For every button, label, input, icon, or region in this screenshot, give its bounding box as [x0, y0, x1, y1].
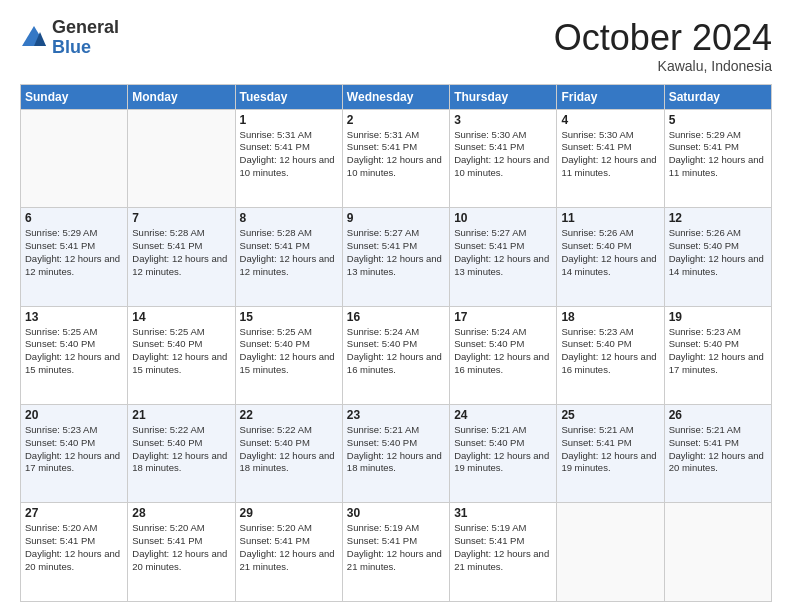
- day-number: 23: [347, 408, 445, 422]
- day-info: Sunrise: 5:23 AMSunset: 5:40 PMDaylight:…: [561, 326, 659, 377]
- logo-icon: [20, 24, 48, 52]
- day-info: Sunrise: 5:30 AMSunset: 5:41 PMDaylight:…: [561, 129, 659, 180]
- calendar-week-row: 6Sunrise: 5:29 AMSunset: 5:41 PMDaylight…: [21, 208, 772, 306]
- day-info: Sunrise: 5:24 AMSunset: 5:40 PMDaylight:…: [454, 326, 552, 377]
- day-info: Sunrise: 5:29 AMSunset: 5:41 PMDaylight:…: [25, 227, 123, 278]
- calendar-cell: 12Sunrise: 5:26 AMSunset: 5:40 PMDayligh…: [664, 208, 771, 306]
- day-info: Sunrise: 5:31 AMSunset: 5:41 PMDaylight:…: [240, 129, 338, 180]
- calendar-cell: 6Sunrise: 5:29 AMSunset: 5:41 PMDaylight…: [21, 208, 128, 306]
- day-number: 21: [132, 408, 230, 422]
- calendar-cell: 29Sunrise: 5:20 AMSunset: 5:41 PMDayligh…: [235, 503, 342, 602]
- calendar-cell: [128, 109, 235, 207]
- title-block: October 2024 Kawalu, Indonesia: [554, 18, 772, 74]
- day-number: 6: [25, 211, 123, 225]
- calendar-cell: 30Sunrise: 5:19 AMSunset: 5:41 PMDayligh…: [342, 503, 449, 602]
- col-header-thursday: Thursday: [450, 84, 557, 109]
- calendar-cell: 31Sunrise: 5:19 AMSunset: 5:41 PMDayligh…: [450, 503, 557, 602]
- day-number: 7: [132, 211, 230, 225]
- day-number: 13: [25, 310, 123, 324]
- day-number: 4: [561, 113, 659, 127]
- month-title: October 2024: [554, 18, 772, 58]
- calendar-cell: 15Sunrise: 5:25 AMSunset: 5:40 PMDayligh…: [235, 306, 342, 404]
- day-info: Sunrise: 5:20 AMSunset: 5:41 PMDaylight:…: [132, 522, 230, 573]
- calendar-week-row: 20Sunrise: 5:23 AMSunset: 5:40 PMDayligh…: [21, 405, 772, 503]
- logo-text: General Blue: [52, 18, 119, 58]
- day-info: Sunrise: 5:29 AMSunset: 5:41 PMDaylight:…: [669, 129, 767, 180]
- calendar-cell: [21, 109, 128, 207]
- day-info: Sunrise: 5:25 AMSunset: 5:40 PMDaylight:…: [240, 326, 338, 377]
- header: General Blue October 2024 Kawalu, Indone…: [20, 18, 772, 74]
- location: Kawalu, Indonesia: [554, 58, 772, 74]
- day-number: 10: [454, 211, 552, 225]
- calendar-cell: 23Sunrise: 5:21 AMSunset: 5:40 PMDayligh…: [342, 405, 449, 503]
- calendar-table: SundayMondayTuesdayWednesdayThursdayFrid…: [20, 84, 772, 602]
- day-number: 20: [25, 408, 123, 422]
- day-number: 14: [132, 310, 230, 324]
- day-info: Sunrise: 5:24 AMSunset: 5:40 PMDaylight:…: [347, 326, 445, 377]
- calendar-cell: 17Sunrise: 5:24 AMSunset: 5:40 PMDayligh…: [450, 306, 557, 404]
- calendar-cell: 27Sunrise: 5:20 AMSunset: 5:41 PMDayligh…: [21, 503, 128, 602]
- day-info: Sunrise: 5:27 AMSunset: 5:41 PMDaylight:…: [454, 227, 552, 278]
- day-info: Sunrise: 5:25 AMSunset: 5:40 PMDaylight:…: [25, 326, 123, 377]
- calendar-cell: 26Sunrise: 5:21 AMSunset: 5:41 PMDayligh…: [664, 405, 771, 503]
- calendar-page: General Blue October 2024 Kawalu, Indone…: [0, 0, 792, 612]
- calendar-cell: 4Sunrise: 5:30 AMSunset: 5:41 PMDaylight…: [557, 109, 664, 207]
- day-info: Sunrise: 5:21 AMSunset: 5:40 PMDaylight:…: [454, 424, 552, 475]
- col-header-sunday: Sunday: [21, 84, 128, 109]
- day-number: 28: [132, 506, 230, 520]
- calendar-cell: 22Sunrise: 5:22 AMSunset: 5:40 PMDayligh…: [235, 405, 342, 503]
- calendar-cell: 7Sunrise: 5:28 AMSunset: 5:41 PMDaylight…: [128, 208, 235, 306]
- day-number: 18: [561, 310, 659, 324]
- calendar-cell: [664, 503, 771, 602]
- day-number: 30: [347, 506, 445, 520]
- calendar-cell: 2Sunrise: 5:31 AMSunset: 5:41 PMDaylight…: [342, 109, 449, 207]
- day-info: Sunrise: 5:20 AMSunset: 5:41 PMDaylight:…: [25, 522, 123, 573]
- day-number: 12: [669, 211, 767, 225]
- col-header-saturday: Saturday: [664, 84, 771, 109]
- calendar-cell: 11Sunrise: 5:26 AMSunset: 5:40 PMDayligh…: [557, 208, 664, 306]
- day-info: Sunrise: 5:22 AMSunset: 5:40 PMDaylight:…: [240, 424, 338, 475]
- day-number: 3: [454, 113, 552, 127]
- day-info: Sunrise: 5:20 AMSunset: 5:41 PMDaylight:…: [240, 522, 338, 573]
- day-info: Sunrise: 5:26 AMSunset: 5:40 PMDaylight:…: [561, 227, 659, 278]
- calendar-cell: 20Sunrise: 5:23 AMSunset: 5:40 PMDayligh…: [21, 405, 128, 503]
- day-info: Sunrise: 5:22 AMSunset: 5:40 PMDaylight:…: [132, 424, 230, 475]
- day-number: 24: [454, 408, 552, 422]
- col-header-monday: Monday: [128, 84, 235, 109]
- calendar-cell: 24Sunrise: 5:21 AMSunset: 5:40 PMDayligh…: [450, 405, 557, 503]
- day-info: Sunrise: 5:28 AMSunset: 5:41 PMDaylight:…: [132, 227, 230, 278]
- day-info: Sunrise: 5:26 AMSunset: 5:40 PMDaylight:…: [669, 227, 767, 278]
- day-number: 11: [561, 211, 659, 225]
- calendar-cell: 21Sunrise: 5:22 AMSunset: 5:40 PMDayligh…: [128, 405, 235, 503]
- calendar-cell: 14Sunrise: 5:25 AMSunset: 5:40 PMDayligh…: [128, 306, 235, 404]
- calendar-cell: 25Sunrise: 5:21 AMSunset: 5:41 PMDayligh…: [557, 405, 664, 503]
- col-header-wednesday: Wednesday: [342, 84, 449, 109]
- calendar-cell: 3Sunrise: 5:30 AMSunset: 5:41 PMDaylight…: [450, 109, 557, 207]
- day-number: 29: [240, 506, 338, 520]
- calendar-cell: 18Sunrise: 5:23 AMSunset: 5:40 PMDayligh…: [557, 306, 664, 404]
- calendar-week-row: 1Sunrise: 5:31 AMSunset: 5:41 PMDaylight…: [21, 109, 772, 207]
- day-number: 26: [669, 408, 767, 422]
- day-info: Sunrise: 5:30 AMSunset: 5:41 PMDaylight:…: [454, 129, 552, 180]
- logo: General Blue: [20, 18, 119, 58]
- col-header-tuesday: Tuesday: [235, 84, 342, 109]
- calendar-cell: 1Sunrise: 5:31 AMSunset: 5:41 PMDaylight…: [235, 109, 342, 207]
- calendar-week-row: 27Sunrise: 5:20 AMSunset: 5:41 PMDayligh…: [21, 503, 772, 602]
- day-info: Sunrise: 5:23 AMSunset: 5:40 PMDaylight:…: [669, 326, 767, 377]
- day-info: Sunrise: 5:31 AMSunset: 5:41 PMDaylight:…: [347, 129, 445, 180]
- calendar-cell: 28Sunrise: 5:20 AMSunset: 5:41 PMDayligh…: [128, 503, 235, 602]
- calendar-cell: [557, 503, 664, 602]
- day-number: 31: [454, 506, 552, 520]
- day-number: 2: [347, 113, 445, 127]
- calendar-cell: 19Sunrise: 5:23 AMSunset: 5:40 PMDayligh…: [664, 306, 771, 404]
- day-info: Sunrise: 5:21 AMSunset: 5:41 PMDaylight:…: [561, 424, 659, 475]
- day-info: Sunrise: 5:28 AMSunset: 5:41 PMDaylight:…: [240, 227, 338, 278]
- day-number: 9: [347, 211, 445, 225]
- day-number: 8: [240, 211, 338, 225]
- calendar-cell: 13Sunrise: 5:25 AMSunset: 5:40 PMDayligh…: [21, 306, 128, 404]
- col-header-friday: Friday: [557, 84, 664, 109]
- day-number: 16: [347, 310, 445, 324]
- day-info: Sunrise: 5:19 AMSunset: 5:41 PMDaylight:…: [347, 522, 445, 573]
- calendar-cell: 9Sunrise: 5:27 AMSunset: 5:41 PMDaylight…: [342, 208, 449, 306]
- day-number: 22: [240, 408, 338, 422]
